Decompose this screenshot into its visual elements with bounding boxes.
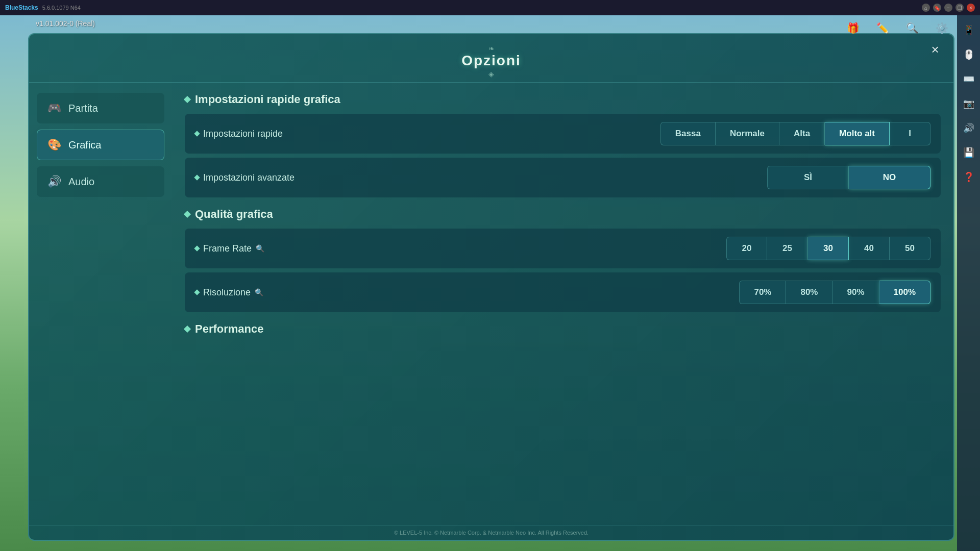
nav-label-grafica: Grafica [68,139,101,151]
frame-rate-text: Frame Rate [203,243,252,254]
btn-avanzate-no[interactable]: NO [849,166,930,189]
titlebar: BlueStacks 5.6.0.1079 N64 ⌂ 🔖 − ❐ × [0,0,980,15]
titlebar-close[interactable]: × [967,4,975,12]
sidebar-icon-help[interactable]: ❓ [962,170,976,184]
dialog-header: ❧ Opzioni ◈ × [29,34,953,83]
dialog-close-button[interactable]: × [926,40,944,59]
nav-label-audio: Audio [68,176,94,188]
setting-row-risoluzione: Risoluzione 🔍 70% 80% 90% 100% [185,272,941,312]
btn-group-impostazioni-rapide: Bassa Normale Alta Molto alt I [305,122,930,145]
section-diamond-quick [184,96,191,103]
btn-res-100[interactable]: 100% [879,281,930,304]
right-sidebar: 📱 🖱️ ⌨️ 📷 🔊 💾 ❓ [957,15,980,551]
nav-item-grafica[interactable]: 🎨 Grafica [37,130,164,160]
titlebar-restore[interactable]: ❐ [955,4,964,12]
nav-icon-partita: 🎮 [47,102,61,115]
section-quality: Qualità grafica Frame Rate 🔍 20 25 30 40 [185,208,941,312]
risoluzione-info-icon[interactable]: 🔍 [255,288,263,296]
titlebar-home[interactable]: ⌂ [922,4,930,12]
sidebar-icon-save[interactable]: 💾 [962,145,976,160]
section-diamond-performance [184,325,191,333]
setting-label-frame-rate: Frame Rate 🔍 [195,243,297,254]
settings-icon[interactable]: ⚙️ [932,18,952,38]
nav-icon-grafica: 🎨 [47,138,61,152]
sidebar-icon-camera[interactable]: 📷 [962,96,976,111]
section-performance: Performance [185,322,941,336]
nav-item-audio[interactable]: 🔊 Audio [37,166,164,197]
section-title-performance: Performance [185,322,941,336]
section-title-quick-text: Impostazioni rapide grafica [195,93,340,106]
btn-res-90[interactable]: 90% [832,281,879,304]
setting-label-risoluzione: Risoluzione 🔍 [195,287,297,298]
setting-label-impostazioni-rapide: Impostazioni rapide [195,129,297,139]
bluestacks-logo: BlueStacks [5,4,38,11]
options-dialog: ❧ Opzioni ◈ × 🎮 Partita 🎨 Grafica 🔊 Audi… [28,33,954,541]
btn-frame-25[interactable]: 25 [767,237,808,260]
setting-row-frame-rate: Frame Rate 🔍 20 25 30 40 50 [185,229,941,268]
btn-impostazioni-alta[interactable]: Alta [779,122,825,145]
nav-label-partita: Partita [68,103,98,114]
setting-label-impostazioni-avanzate: Impostazioni avanzate [195,172,297,183]
btn-frame-20[interactable]: 20 [726,237,767,260]
section-title-quick: Impostazioni rapide grafica [185,93,941,106]
right-content: Impostazioni rapide grafica Impostazioni… [172,83,953,525]
titlebar-bookmark[interactable]: 🔖 [933,4,941,12]
risoluzione-text: Risoluzione [203,287,251,298]
dialog-title: Opzioni [39,53,943,69]
frame-rate-info-icon[interactable]: 🔍 [256,244,264,253]
btn-impostazioni-bassa[interactable]: Bassa [660,122,716,145]
btn-impostazioni-extra[interactable]: I [890,122,930,145]
section-title-quality: Qualità grafica [185,208,941,221]
titlebar-controls: ⌂ 🔖 − ❐ × [922,4,975,12]
nav-item-partita[interactable]: 🎮 Partita [37,93,164,123]
section-title-performance-text: Performance [195,322,264,336]
btn-impostazioni-molto-alta[interactable]: Molto alt [825,122,890,145]
btn-group-risoluzione: 70% 80% 90% 100% [305,281,930,304]
top-icons-bar: 🎁 ✏️ 🔍 ⚙️ [843,18,952,38]
btn-group-avanzate: SÌ NO [305,166,930,189]
dialog-decoration-bottom: ◈ [39,70,943,78]
sidebar-icon-keyboard[interactable]: ⌨️ [962,72,976,86]
section-quick-settings: Impostazioni rapide grafica Impostazioni… [185,93,941,197]
section-title-quality-text: Qualità grafica [195,208,273,221]
gift-icon[interactable]: 🎁 [843,18,863,38]
titlebar-version: 5.6.0.1079 N64 [42,5,81,11]
label-diamond-2 [194,174,200,180]
dialog-footer: © LEVEL-5 Inc. © Netmarble Corp. & Netma… [29,525,953,540]
btn-frame-50[interactable]: 50 [890,237,930,260]
btn-res-80[interactable]: 80% [786,281,832,304]
label-diamond-4 [194,289,200,295]
setting-row-impostazioni-avanzate: Impostazioni avanzate SÌ NO [185,158,941,197]
search-icon[interactable]: 🔍 [902,18,922,38]
section-diamond-quality [184,211,191,218]
btn-frame-30[interactable]: 30 [808,237,849,260]
btn-group-frame-rate: 20 25 30 40 50 [305,237,930,260]
sidebar-icon-phone[interactable]: 📱 [962,23,976,37]
btn-impostazioni-normale[interactable]: Normale [716,122,779,145]
setting-row-impostazioni-rapide: Impostazioni rapide Bassa Normale Alta M… [185,114,941,154]
btn-frame-40[interactable]: 40 [849,237,890,260]
left-nav: 🎮 Partita 🎨 Grafica 🔊 Audio [29,83,172,525]
app-version: v1.01.002-0 (Real) [36,19,95,28]
edit-icon[interactable]: ✏️ [872,18,893,38]
sidebar-icon-audio[interactable]: 🔊 [962,121,976,135]
nav-icon-audio: 🔊 [47,175,61,188]
label-diamond-3 [194,245,200,251]
label-diamond-1 [194,131,200,136]
btn-avanzate-si[interactable]: SÌ [767,166,849,189]
sidebar-icon-mouse[interactable]: 🖱️ [962,47,976,62]
btn-res-70[interactable]: 70% [739,281,786,304]
footer-copyright: © LEVEL-5 Inc. © Netmarble Corp. & Netma… [394,530,589,536]
titlebar-minimize[interactable]: − [944,4,952,12]
dialog-body: 🎮 Partita 🎨 Grafica 🔊 Audio Impostazioni… [29,83,953,525]
dialog-decoration-top: ❧ [39,44,943,53]
